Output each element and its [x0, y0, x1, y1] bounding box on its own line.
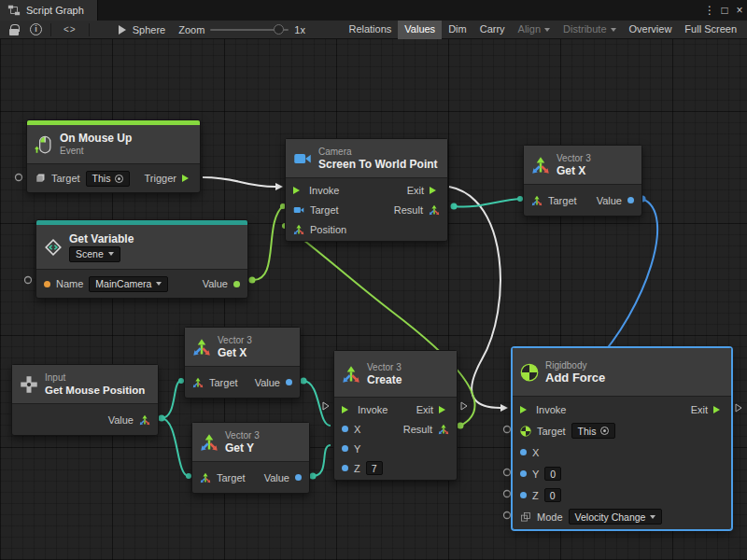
vector3-port-icon[interactable]	[200, 472, 211, 483]
vector3-port-icon[interactable]	[192, 377, 204, 388]
window-menu-icon[interactable]: ⋮	[702, 0, 717, 21]
gameobject-icon	[35, 173, 46, 184]
node-category: Vector 3	[218, 335, 252, 345]
dim-button[interactable]: Dim	[442, 21, 473, 39]
float-port-icon[interactable]	[342, 465, 348, 471]
port-label: Y	[354, 443, 360, 455]
chevron-down-icon	[108, 252, 114, 256]
port-label: Exit	[416, 404, 433, 415]
port-label: Name	[56, 278, 83, 289]
align-button[interactable]: Align	[512, 21, 557, 39]
port-label: Value	[597, 195, 622, 206]
vector3-port-icon[interactable]	[438, 424, 449, 435]
node-add-force[interactable]: Rigidbody Add Force Invoke Exit Target T…	[512, 347, 732, 530]
flow-arrow-icon[interactable]	[342, 406, 352, 413]
camera-icon	[293, 149, 312, 168]
carry-button[interactable]: Carry	[473, 21, 512, 39]
lock-icon[interactable]	[9, 24, 19, 35]
zoom-label: Zoom	[178, 24, 204, 35]
chevron-down-icon	[611, 28, 616, 32]
node-vector3-create[interactable]: Vector 3 Create Invoke Exit X Result Y Z…	[333, 350, 458, 481]
vector3-port-icon[interactable]	[531, 195, 543, 206]
node-subtitle: Event	[60, 146, 132, 157]
port-label: Exit	[407, 185, 424, 196]
window-tab-bar: Script Graph ⋮ □ ×	[0, 0, 747, 21]
z-value-field[interactable]: 7	[366, 461, 383, 475]
float-port-icon[interactable]	[520, 449, 527, 455]
node-vector3-get-x-mid[interactable]: Vector 3 Get X Target Value	[184, 327, 301, 399]
this-chip[interactable]: This	[571, 423, 616, 439]
y-value-field[interactable]: 0	[544, 467, 561, 481]
port-label: Value	[203, 278, 228, 289]
node-title: Get Mouse Position	[45, 384, 145, 397]
zoom-slider-handle[interactable]	[274, 24, 284, 35]
port-label: Value	[108, 414, 134, 426]
port-label: Target	[217, 472, 246, 483]
node-title: Screen To World Point	[318, 158, 438, 171]
float-port-icon[interactable]	[520, 470, 527, 477]
float-port-icon[interactable]	[295, 474, 302, 481]
variable-icon	[44, 238, 63, 257]
port-label: Value	[264, 472, 289, 483]
node-on-mouse-up[interactable]: On Mouse Up Event Target This Trigger	[26, 119, 201, 193]
vector3-port-icon[interactable]	[293, 224, 304, 235]
graph-object-name: Sphere	[133, 24, 165, 35]
mode-dropdown[interactable]: Velocity Change	[569, 509, 663, 525]
node-vector3-get-x-top[interactable]: Vector 3 Get X Target Value	[523, 145, 642, 217]
node-get-variable[interactable]: Get Variable Scene Name MainCamera Value	[35, 219, 248, 299]
node-category: Input	[45, 372, 145, 383]
port-label: Exit	[691, 404, 708, 415]
vector3-port-icon[interactable]	[429, 204, 440, 216]
camera-type-icon[interactable]	[293, 204, 304, 216]
flow-arrow-icon[interactable]	[293, 187, 303, 194]
vector3-port-icon[interactable]	[139, 414, 150, 426]
close-icon[interactable]: ×	[732, 0, 747, 21]
string-port-icon[interactable]	[44, 281, 50, 287]
self-target-icon	[600, 427, 609, 435]
flow-arrow-icon[interactable]	[713, 406, 724, 413]
variable-name-dropdown[interactable]: MainCamera	[89, 276, 168, 292]
tab-title: Script Graph	[26, 5, 84, 16]
full-screen-button[interactable]: Full Screen	[678, 21, 743, 39]
flow-arrow-icon[interactable]	[439, 406, 449, 413]
tab-script-graph[interactable]: Script Graph	[0, 0, 98, 21]
zoom-slider[interactable]	[210, 29, 289, 31]
code-icon[interactable]	[63, 24, 77, 35]
node-vector3-get-y[interactable]: Vector 3 Get Y Target Value	[191, 422, 310, 494]
node-get-mouse-position[interactable]: Input Get Mouse Position Value	[11, 364, 159, 436]
port-label: Invoke	[358, 404, 388, 415]
float-port-icon[interactable]	[627, 197, 634, 203]
relations-button[interactable]: Relations	[342, 21, 398, 39]
float-port-icon[interactable]	[342, 445, 348, 452]
flow-arrow-icon[interactable]	[430, 187, 440, 194]
float-port-icon[interactable]	[286, 379, 292, 385]
rigidbody-type-icon[interactable]	[520, 426, 531, 437]
node-category: Vector 3	[367, 362, 402, 372]
port-label: Target	[548, 195, 577, 206]
toolbar-separator	[50, 23, 51, 36]
overview-button[interactable]: Overview	[623, 21, 679, 39]
float-port-icon[interactable]	[520, 492, 527, 498]
z-value-field[interactable]: 0	[544, 488, 561, 502]
node-category: Vector 3	[225, 430, 260, 441]
mouse-icon	[35, 135, 53, 154]
script-graph-icon	[7, 4, 21, 17]
value-port-icon[interactable]	[233, 281, 240, 287]
this-chip[interactable]: This	[86, 171, 131, 187]
input-icon	[20, 375, 38, 394]
info-icon[interactable]	[30, 23, 42, 35]
float-port-icon[interactable]	[342, 426, 348, 432]
node-screen-to-world-point[interactable]: Camera Screen To World Point Invoke Exit…	[285, 138, 448, 242]
maximize-icon[interactable]: □	[717, 0, 732, 21]
enum-icon	[520, 511, 531, 523]
node-title: Add Force	[545, 371, 605, 385]
values-button[interactable]: Values	[398, 21, 442, 39]
vector3-icon	[192, 338, 211, 357]
node-title: Get Y	[225, 441, 260, 455]
variable-scope-dropdown[interactable]: Scene	[69, 246, 120, 262]
port-label: Invoke	[309, 185, 339, 196]
flow-arrow-icon[interactable]	[520, 406, 530, 413]
flow-arrow-icon[interactable]	[182, 175, 192, 182]
port-label: X	[532, 447, 539, 458]
distribute-button[interactable]: Distribute	[557, 21, 622, 39]
